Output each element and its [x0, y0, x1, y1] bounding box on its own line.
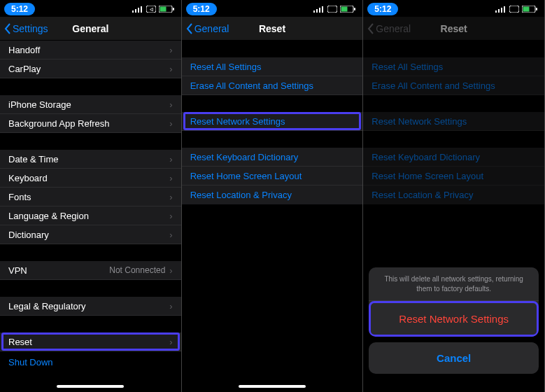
back-label: Settings	[13, 23, 48, 34]
home-indicator[interactable]	[57, 385, 124, 388]
svg-rect-1	[135, 9, 136, 13]
action-sheet-message: This will delete all network settings, r…	[369, 267, 539, 301]
row-vpn[interactable]: VPNNot Connected›	[0, 261, 181, 280]
row-iphone-storage[interactable]: iPhone Storage›	[0, 95, 181, 114]
back-button: General	[367, 23, 411, 34]
svg-text:ᐊ: ᐊ	[149, 7, 153, 12]
row-keyboard[interactable]: Keyboard›	[0, 169, 181, 188]
nav-bar: Settings General	[0, 17, 181, 41]
section-gap	[182, 95, 363, 112]
row-reset-keyboard-dict: Reset Keyboard Dictionary	[363, 148, 544, 167]
row-erase-all: Erase All Content and Settings	[363, 76, 544, 95]
signal-icon	[313, 6, 325, 13]
row-handoff[interactable]: Handoff›	[0, 41, 181, 59]
chevron-right-icon: ›	[169, 230, 172, 240]
svg-rect-0	[132, 10, 134, 13]
row-reset-all: Reset All Settings	[363, 57, 544, 76]
svg-rect-7	[160, 7, 166, 12]
section-gap	[363, 131, 544, 148]
section-gap	[0, 280, 181, 297]
row-reset-network: Reset Network Settings	[363, 112, 544, 131]
cancel-button[interactable]: Cancel	[369, 342, 539, 374]
svg-rect-19	[501, 8, 502, 13]
reset-list-dimmed: Reset All Settings Erase All Content and…	[363, 41, 544, 204]
status-icons: ᐊ	[132, 6, 174, 13]
svg-rect-20	[504, 6, 505, 13]
battery-icon	[159, 6, 174, 13]
chevron-right-icon: ›	[169, 337, 172, 347]
row-reset-all[interactable]: Reset All Settings	[182, 57, 363, 76]
chevron-right-icon: ›	[169, 265, 172, 276]
back-button[interactable]: General	[186, 23, 229, 34]
svg-rect-13	[327, 6, 337, 13]
battery-icon	[340, 6, 355, 13]
section-gap	[0, 133, 181, 150]
home-indicator[interactable]	[239, 385, 306, 388]
row-dictionary[interactable]: Dictionary›	[0, 225, 181, 244]
chevron-right-icon: ›	[169, 192, 172, 202]
row-reset-location: Reset Location & Privacy	[363, 186, 544, 204]
status-icons	[495, 6, 537, 13]
vpn-status: Not Connected	[109, 265, 165, 275]
svg-rect-10	[316, 9, 318, 13]
chevron-right-icon: ›	[169, 211, 172, 221]
screen-reset-confirm: 5:12 General Reset Reset All Settings Er…	[363, 0, 545, 392]
section-gap	[363, 95, 544, 112]
action-sheet: This will delete all network settings, r…	[369, 267, 539, 379]
vpn-icon: ᐊ	[146, 6, 156, 13]
row-reset-network[interactable]: Reset Network Settings	[182, 112, 363, 131]
svg-rect-9	[313, 10, 315, 13]
row-background-refresh[interactable]: Background App Refresh›	[0, 114, 181, 133]
status-bar: 5:12	[182, 0, 363, 17]
battery-icon	[522, 6, 537, 13]
row-date-time[interactable]: Date & Time›	[0, 150, 181, 169]
row-legal[interactable]: Legal & Regulatory›	[0, 297, 181, 316]
section-gap	[182, 131, 363, 148]
row-reset-keyboard-dict[interactable]: Reset Keyboard Dictionary	[182, 148, 363, 167]
chevron-right-icon: ›	[169, 99, 172, 110]
section-gap	[0, 78, 181, 95]
row-language-region[interactable]: Language & Region›	[0, 206, 181, 225]
status-time: 5:12	[186, 3, 217, 15]
row-erase-all[interactable]: Erase All Content and Settings	[182, 76, 363, 95]
screen-reset: 5:12 General Reset Reset All Settings Er…	[182, 0, 364, 392]
signal-icon	[132, 6, 143, 13]
nav-title: Reset	[441, 23, 467, 34]
chevron-left-icon	[4, 23, 11, 34]
chevron-right-icon: ›	[169, 301, 172, 312]
svg-rect-23	[523, 7, 530, 12]
section-gap	[363, 41, 544, 57]
row-reset-home-layout[interactable]: Reset Home Screen Layout	[182, 167, 363, 186]
confirm-reset-network-button[interactable]: Reset Network Settings	[369, 301, 539, 337]
section-gap	[0, 244, 181, 261]
vpn-icon	[509, 6, 519, 13]
svg-rect-17	[495, 10, 497, 13]
chevron-right-icon: ›	[169, 45, 172, 55]
svg-rect-3	[141, 6, 142, 13]
svg-rect-16	[354, 8, 355, 10]
svg-rect-8	[173, 8, 174, 10]
settings-list: Handoff› CarPlay› iPhone Storage› Backgr…	[0, 41, 181, 370]
svg-rect-11	[319, 8, 320, 13]
chevron-right-icon: ›	[169, 118, 172, 129]
nav-title: General	[72, 23, 108, 34]
status-bar: 5:12	[363, 0, 544, 17]
row-shutdown[interactable]: Shut Down	[0, 351, 181, 370]
signal-icon	[495, 6, 507, 13]
row-reset-home-layout: Reset Home Screen Layout	[363, 167, 544, 186]
row-fonts[interactable]: Fonts›	[0, 188, 181, 206]
row-reset-location[interactable]: Reset Location & Privacy	[182, 186, 363, 204]
chevron-right-icon: ›	[169, 64, 172, 74]
back-button[interactable]: Settings	[4, 23, 48, 34]
row-carplay[interactable]: CarPlay›	[0, 59, 181, 78]
reset-list: Reset All Settings Erase All Content and…	[182, 41, 363, 204]
status-icons	[313, 6, 355, 13]
action-sheet-main: This will delete all network settings, r…	[369, 267, 539, 337]
section-gap	[0, 316, 181, 332]
chevron-right-icon: ›	[169, 154, 172, 164]
svg-rect-21	[509, 6, 519, 13]
status-time: 5:12	[367, 3, 398, 15]
row-reset[interactable]: Reset›	[0, 332, 181, 351]
nav-title: Reset	[259, 23, 285, 34]
chevron-left-icon	[367, 23, 374, 34]
